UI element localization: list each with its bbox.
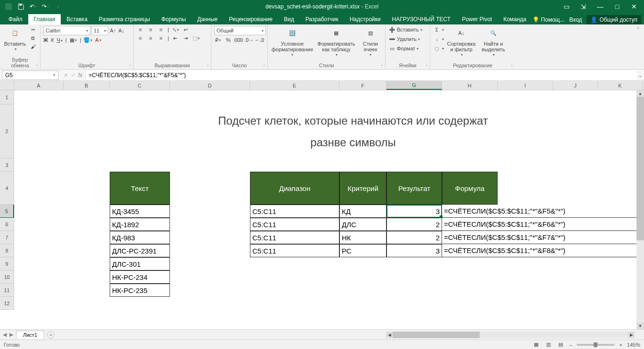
cell-F7[interactable]: НК bbox=[339, 231, 386, 244]
cell-H4[interactable]: Формула bbox=[442, 172, 498, 205]
decrease-indent-icon[interactable]: ⇤ bbox=[172, 34, 179, 42]
comma-icon[interactable]: 000 bbox=[235, 36, 242, 44]
spreadsheet-grid[interactable]: ABCDEFGHIJK 123456789101112 Подсчет клет… bbox=[0, 81, 644, 329]
format-painter-icon[interactable]: 🖌 bbox=[29, 43, 37, 50]
undo-icon[interactable]: ↶▾ bbox=[27, 1, 39, 12]
ribbon-tab-главная[interactable]: Главная bbox=[28, 14, 61, 24]
normal-view-icon[interactable]: ▦ bbox=[532, 341, 540, 349]
cell-F5[interactable]: КД bbox=[339, 205, 386, 218]
cancel-formula-icon[interactable]: ✕ bbox=[63, 72, 68, 79]
wrap-text-icon[interactable]: ↩ bbox=[182, 26, 190, 33]
cell-H6[interactable]: =СЧЁТЕСЛИ($C$5:$C$11;"*"&F6&"*") bbox=[442, 218, 643, 231]
cell-G6[interactable]: 2 bbox=[386, 218, 442, 231]
italic-button[interactable]: К bbox=[51, 37, 54, 43]
scroll-up-icon[interactable]: ▲ bbox=[636, 90, 644, 97]
percent-icon[interactable]: % bbox=[225, 36, 232, 44]
cell-C6[interactable]: КД-1892 bbox=[110, 218, 170, 231]
ribbon-tab-данные[interactable]: Данные bbox=[192, 14, 223, 24]
cell-E8[interactable]: C5:C11 bbox=[250, 244, 339, 257]
delete-cells-button[interactable]: ➖Удалить▾ bbox=[388, 35, 420, 43]
ribbon-tab-рецензирование[interactable]: Рецензирование bbox=[223, 14, 278, 24]
cell-F4[interactable]: Критерий bbox=[339, 172, 386, 205]
sign-in-link[interactable]: Вход bbox=[569, 16, 582, 23]
cell-E4[interactable]: Диапазон bbox=[250, 172, 339, 205]
cell-G5[interactable]: 3 bbox=[386, 205, 442, 218]
column-header[interactable]: A bbox=[14, 81, 64, 90]
row-header[interactable]: 11 bbox=[0, 284, 14, 297]
row-header[interactable]: 5 bbox=[0, 205, 14, 218]
clear-button[interactable]: ◌▾ bbox=[433, 45, 444, 52]
row-header[interactable]: 12 bbox=[0, 297, 14, 310]
scroll-left-icon[interactable]: ◀ bbox=[386, 332, 393, 338]
row-header[interactable]: 8 bbox=[0, 244, 14, 257]
column-header[interactable]: G bbox=[386, 81, 442, 90]
column-header[interactable]: K bbox=[598, 81, 643, 90]
orientation-icon[interactable]: ⤡▾ bbox=[172, 26, 179, 33]
ribbon-tab-вставка[interactable]: Вставка bbox=[61, 14, 93, 24]
cell-H5[interactable]: =СЧЁТЕСЛИ($C$5:$C$11;"*"&F5&"*") bbox=[442, 205, 643, 218]
formula-input[interactable] bbox=[85, 71, 636, 80]
zoom-slider[interactable] bbox=[577, 344, 614, 346]
sheet-tab[interactable]: Лист1 bbox=[16, 331, 44, 339]
cell-G7[interactable]: 2 bbox=[386, 231, 442, 244]
cell-H7[interactable]: =СЧЁТЕСЛИ($C$5:$C$11;"*"&F7&"*") bbox=[442, 231, 643, 244]
column-header[interactable]: J bbox=[553, 81, 598, 90]
column-header[interactable]: H bbox=[442, 81, 498, 90]
vertical-scrollbar[interactable]: ▲ ▼ bbox=[636, 90, 644, 329]
page-break-view-icon[interactable]: ▤ bbox=[557, 341, 564, 349]
border-icon[interactable]: ▦▾ bbox=[70, 36, 77, 44]
increase-decimal-icon[interactable]: .0→ bbox=[245, 36, 253, 44]
cut-icon[interactable]: ✂ bbox=[29, 26, 37, 33]
help-link[interactable]: 💡 Помощ... bbox=[532, 16, 564, 23]
format-cells-button[interactable]: ▭Формат▾ bbox=[388, 45, 419, 52]
sheet-nav-prev-icon[interactable]: ◀ bbox=[3, 332, 7, 338]
select-all-corner[interactable] bbox=[0, 81, 14, 90]
cell-F8[interactable]: РС bbox=[339, 244, 386, 257]
ribbon-tab-файл[interactable]: Файл bbox=[3, 14, 28, 24]
ribbon-tab-надстройки[interactable]: Надстройки bbox=[344, 14, 386, 24]
conditional-formatting-button[interactable]: 🔢 Условное форматирование▾ bbox=[271, 26, 314, 57]
row-header[interactable]: 10 bbox=[0, 270, 14, 284]
column-header[interactable]: C bbox=[110, 81, 170, 90]
sheet-nav-next-icon[interactable]: ▶ bbox=[9, 332, 13, 338]
format-as-table-button[interactable]: ▦ Форматировать как таблицу▾ bbox=[316, 26, 357, 57]
align-top-icon[interactable]: ≡ bbox=[137, 26, 144, 33]
column-header[interactable]: I bbox=[498, 81, 553, 90]
scroll-thumb[interactable] bbox=[393, 332, 480, 338]
align-right-icon[interactable]: ≡ bbox=[157, 34, 165, 42]
copy-icon[interactable]: ⧉ bbox=[29, 34, 37, 42]
column-header[interactable]: F bbox=[339, 81, 386, 90]
new-sheet-icon[interactable]: + bbox=[47, 331, 55, 339]
scroll-thumb[interactable] bbox=[636, 97, 644, 240]
row-header[interactable]: 7 bbox=[0, 231, 14, 244]
increase-font-icon[interactable]: A↑ bbox=[109, 27, 117, 34]
expand-formula-icon[interactable]: ⌄ bbox=[636, 72, 644, 79]
decrease-decimal-icon[interactable]: ←.0 bbox=[256, 36, 263, 44]
number-format-select[interactable]: Общий▾ bbox=[214, 26, 266, 35]
row-header[interactable]: 1 bbox=[0, 90, 14, 104]
redo-icon[interactable]: ↷▾ bbox=[40, 1, 51, 12]
page-layout-view-icon[interactable]: ▥ bbox=[545, 341, 552, 349]
scroll-down-icon[interactable]: ▼ bbox=[636, 323, 644, 329]
horizontal-scrollbar[interactable]: ◀ ▶ bbox=[386, 332, 635, 338]
ribbon-tab-команда[interactable]: Команда bbox=[498, 14, 532, 24]
fx-icon[interactable]: fx bbox=[78, 72, 82, 79]
align-left-icon[interactable]: ≡ bbox=[137, 34, 144, 42]
cell-B2[interactable]: Подсчет клеток, которые начинаются или с… bbox=[64, 104, 643, 159]
autosum-button[interactable]: Σ▾ bbox=[433, 26, 444, 33]
cell-E5[interactable]: C5:C11 bbox=[250, 205, 339, 218]
column-header[interactable]: B bbox=[64, 81, 110, 90]
cell-C5[interactable]: КД-3455 bbox=[110, 205, 170, 218]
ribbon-tab-разметка страницы[interactable]: Разметка страницы bbox=[93, 14, 156, 24]
close-icon[interactable]: ✕ bbox=[626, 0, 642, 13]
cell-F6[interactable]: ДЛС bbox=[339, 218, 386, 231]
cell-C7[interactable]: КД-983 bbox=[110, 231, 170, 244]
increase-indent-icon[interactable]: ⇥ bbox=[182, 34, 190, 42]
share-button[interactable]: 👤 Общий доступ bbox=[587, 15, 641, 24]
align-center-icon[interactable]: ≡ bbox=[147, 34, 154, 42]
zoom-in-icon[interactable]: + bbox=[619, 342, 622, 348]
name-box[interactable]: G5▾ bbox=[2, 71, 58, 80]
currency-icon[interactable]: ₽▾ bbox=[214, 36, 222, 44]
font-color-icon[interactable]: A▾ bbox=[95, 36, 102, 44]
cell-G8[interactable]: 3 bbox=[386, 244, 442, 257]
